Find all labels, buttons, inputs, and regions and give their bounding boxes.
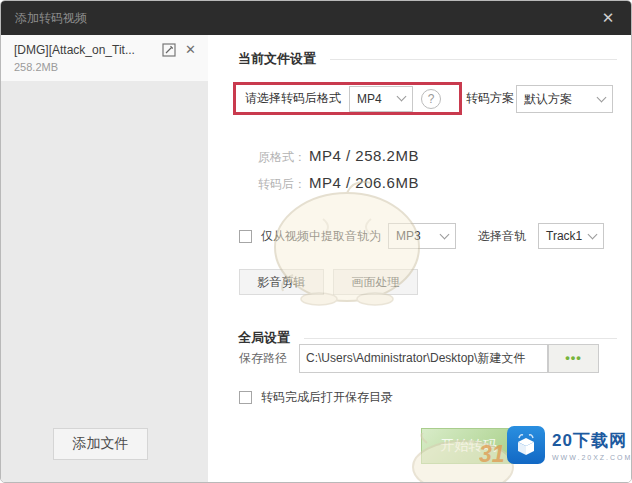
settings-panel: 当前文件设置 请选择转码后格式 MP4 ? 转码方案 默认方案 原格式： MP4… [208,35,631,482]
open-after-row: 转码完成后打开保存目录 [239,389,393,405]
site-text: 20下载网 WWW.20XZ.COM [552,429,632,461]
format-label: 请选择转码后格式 [245,90,341,107]
scheme-label: 转码方案 [466,82,514,115]
source-format-value: MP4 / 258.2MB [309,147,419,164]
format-highlight-box: 请选择转码后格式 MP4 ? [233,82,462,115]
output-format-label: 转码后： [258,176,306,193]
current-settings-title: 当前文件设置 [238,50,316,68]
file-size: 258.2MB [14,61,198,73]
chevron-down-icon [588,229,598,239]
picture-process-button[interactable]: 画面处理 [333,269,418,295]
extract-audio-checkbox[interactable] [239,230,252,243]
format-select-value: MP4 [357,92,382,106]
av-edit-button[interactable]: 影音剪辑 [239,269,324,295]
scheme-select-value: 默认方案 [524,91,572,108]
format-select[interactable]: MP4 [349,86,413,112]
scheme-select[interactable]: 默认方案 [516,85,613,113]
browse-button[interactable]: ••• [548,344,599,373]
extract-audio-label: 仅从视频中提取音轨为 [261,228,381,245]
divider [330,59,617,60]
audio-format-value: MP3 [396,229,421,243]
rename-icon[interactable] [162,43,176,57]
output-format-row: 转码后： MP4 / 206.6MB [258,174,419,193]
current-settings-header: 当前文件设置 [238,50,617,68]
output-format-value: MP4 / 206.6MB [309,174,419,191]
file-list-item[interactable]: [DMG][Attack_on_Tit... ✕ 258.2MB [1,35,208,81]
track-select-value: Track1 [546,229,582,243]
site-watermark: 20下载网 WWW.20XZ.COM [507,426,632,464]
chevron-down-icon [440,229,450,239]
chevron-down-icon [597,92,607,102]
open-after-checkbox[interactable] [239,391,252,404]
remove-file-icon[interactable]: ✕ [183,42,198,57]
window-title: 添加转码视频 [15,1,87,35]
download-box-icon [507,426,545,464]
close-icon[interactable]: ✕ [593,1,623,35]
save-path-input[interactable]: C:\Users\Administrator\Desktop\新建文件 [299,344,548,373]
track-label: 选择音轨 [478,223,526,249]
file-list-panel: [DMG][Attack_on_Tit... ✕ 258.2MB 添加文件 [1,35,208,482]
extract-audio-row: 仅从视频中提取音轨为 [239,223,381,249]
site-url: WWW.20XZ.COM [552,454,632,461]
save-path-label: 保存路径 [239,344,287,373]
source-format-row: 原格式： MP4 / 258.2MB [258,147,419,166]
start-transcode-button[interactable]: 开始转码 [421,428,516,464]
dialog-add-transcode-video: 添加转码视频 ✕ [DMG][Attack_on_Tit... ✕ 258.2M… [0,0,632,483]
audio-format-select[interactable]: MP3 [388,223,456,249]
open-after-label: 转码完成后打开保存目录 [261,389,393,406]
site-name: 20下载网 [552,429,632,452]
divider [304,338,617,339]
help-icon[interactable]: ? [421,89,441,109]
source-format-label: 原格式： [258,149,306,166]
add-file-button[interactable]: 添加文件 [53,428,148,460]
track-select[interactable]: Track1 [538,223,604,249]
file-name: [DMG][Attack_on_Tit... [14,43,158,57]
chevron-down-icon [397,92,407,102]
titlebar: 添加转码视频 ✕ [1,1,631,35]
